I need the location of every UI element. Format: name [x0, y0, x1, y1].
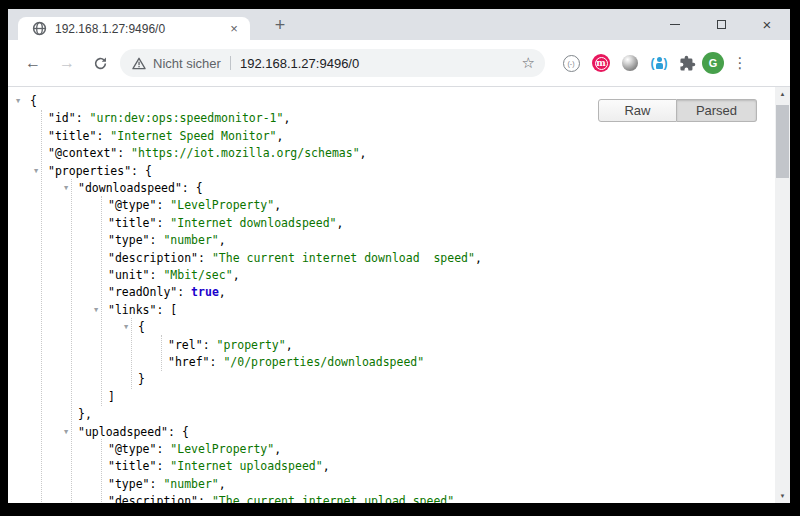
json-line: } [138, 371, 145, 389]
json-string-value: "number" [163, 233, 218, 247]
json-key: "title" [108, 459, 156, 473]
scrollbar-thumb[interactable] [776, 105, 789, 178]
json-token: : [198, 494, 212, 503]
json-key: "rel" [168, 338, 203, 352]
tab-close-icon[interactable]: × [226, 21, 242, 37]
json-string-value: "urn:dev:ops:speedmonitor-1" [90, 111, 284, 125]
json-string-value: "Mbit/sec" [163, 268, 232, 282]
json-key: "description" [108, 251, 198, 265]
address-separator [230, 56, 231, 70]
raw-button[interactable]: Raw [598, 99, 677, 122]
forward-button[interactable]: → [53, 49, 81, 77]
json-token: , [277, 129, 284, 143]
json-key: "readOnly" [108, 285, 177, 299]
json-line: "description": "The current internet dow… [108, 250, 482, 268]
json-token: : [177, 285, 191, 299]
json-key: "downloadspeed" [78, 181, 182, 195]
json-token: , [219, 285, 226, 299]
back-button[interactable]: ← [19, 49, 47, 77]
json-line: "@type": "LevelProperty", [108, 441, 281, 459]
json-line: "readOnly": true, [108, 284, 226, 302]
json-token: : [182, 181, 196, 195]
json-line: "@context": "https://iot.mozilla.org/sch… [48, 145, 367, 163]
ball-extension-icon [622, 55, 638, 71]
vertical-scrollbar[interactable]: ▲ ▼ [775, 87, 790, 503]
expander-icon[interactable]: ▼ [64, 180, 78, 197]
expander-icon[interactable]: ▼ [64, 424, 78, 441]
tab-strip: 192.168.1.27:9496/0 × + × [8, 9, 790, 40]
json-key: "properties" [48, 164, 131, 178]
json-token: , [337, 216, 344, 230]
expander-icon[interactable]: ▼ [124, 319, 138, 336]
json-string-value: "The current internet download speed" [212, 251, 475, 265]
json-key: "title" [108, 216, 156, 230]
json-key: "id" [48, 111, 76, 125]
json-key: "@type" [108, 442, 156, 456]
browser-menu-button[interactable]: ⋮ [729, 52, 751, 74]
json-line: "title": "Internet Speed Monitor", [48, 128, 283, 146]
not-secure-label[interactable]: Nicht sicher [153, 56, 221, 71]
profile-avatar[interactable]: G [702, 52, 724, 74]
json-key: "type" [108, 233, 150, 247]
json-token: : [156, 303, 170, 317]
ring-extension-icon: (-) [563, 55, 580, 72]
json-token: : [131, 164, 145, 178]
json-token: , [283, 111, 290, 125]
json-line: "href": "/0/properties/downloadspeed" [168, 354, 424, 372]
json-token: , [454, 494, 461, 503]
page-content: ▼{"id": "urn:dev:ops:speedmonitor-1","ti… [8, 87, 790, 503]
json-line: ] [108, 389, 115, 407]
json-token: : [203, 338, 217, 352]
kebab-menu-icon: ⋮ [733, 54, 748, 72]
maximize-icon [717, 20, 726, 29]
json-token: : [210, 355, 224, 369]
json-token: , [323, 459, 330, 473]
json-token: : [168, 425, 182, 439]
extension-m-button[interactable]: m [590, 52, 612, 74]
indent-guide [101, 439, 102, 502]
json-string-value: "number" [163, 477, 218, 491]
extension-ball-button[interactable] [619, 52, 641, 74]
browser-tab[interactable]: 192.168.1.27:9496/0 × [18, 17, 250, 40]
json-token: : [150, 233, 164, 247]
json-line: ▼{ [16, 93, 37, 111]
scroll-down-icon[interactable]: ▼ [775, 489, 790, 503]
expander-icon[interactable]: ▼ [34, 163, 48, 180]
bookmark-star-icon[interactable]: ☆ [522, 54, 535, 72]
json-bracket: { [145, 164, 152, 178]
json-token: , [233, 268, 240, 282]
new-tab-button[interactable]: + [268, 13, 292, 37]
extension-blue-button[interactable]: ( ) [648, 52, 670, 74]
back-icon: ← [25, 54, 41, 72]
address-bar[interactable]: Nicht sicher 192.168.1.27:9496/0 ☆ [120, 49, 545, 77]
json-line: "rel": "property", [168, 337, 293, 355]
expander-icon[interactable]: ▼ [94, 302, 108, 319]
json-string-value: "Internet Speed Monitor" [110, 129, 276, 143]
extension-ring-button[interactable]: (-) [560, 52, 582, 74]
browser-window: 192.168.1.27:9496/0 × + × ← → [8, 9, 790, 503]
json-bracket: } [138, 372, 145, 386]
json-token: , [286, 338, 293, 352]
json-line: "description": "The current internet upl… [108, 493, 461, 503]
close-window-button[interactable]: × [750, 9, 784, 40]
reload-button[interactable] [86, 49, 114, 77]
json-bracket: { [182, 425, 189, 439]
json-string-value: "The current internet upload speed" [212, 494, 454, 503]
json-key: "title" [48, 129, 96, 143]
json-bracket: { [196, 181, 203, 195]
blue-extension-icon: ( ) [651, 56, 668, 70]
indent-guide [161, 335, 162, 371]
scroll-up-icon[interactable]: ▲ [775, 87, 790, 101]
tab-title: 192.168.1.27:9496/0 [55, 22, 226, 36]
minimize-button[interactable] [658, 9, 692, 40]
url-text[interactable]: 192.168.1.27:9496/0 [240, 56, 522, 71]
reload-icon [93, 56, 108, 71]
maximize-button[interactable] [704, 9, 738, 40]
json-line: "unit": "Mbit/sec", [108, 267, 240, 285]
expander-icon[interactable]: ▼ [16, 93, 30, 110]
json-token: : [150, 477, 164, 491]
json-string-value: "LevelProperty" [170, 198, 274, 212]
parsed-button[interactable]: Parsed [677, 99, 757, 122]
view-toggle: Raw Parsed [598, 99, 757, 122]
extensions-menu-button[interactable] [676, 52, 698, 74]
